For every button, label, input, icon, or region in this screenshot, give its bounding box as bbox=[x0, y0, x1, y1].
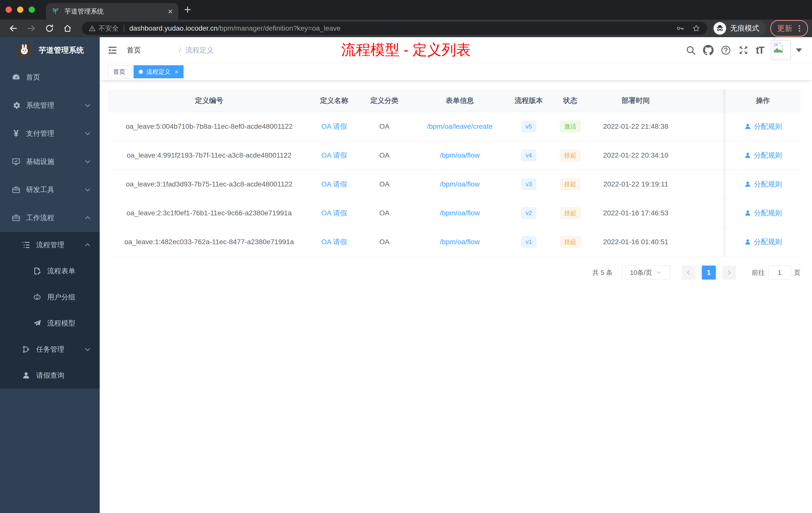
home-icon[interactable] bbox=[63, 24, 72, 33]
definition-name-link[interactable]: OA 请假 bbox=[321, 237, 347, 247]
app-logo-image bbox=[16, 44, 33, 57]
help-question-icon[interactable] bbox=[721, 45, 731, 56]
assign-rule-button[interactable]: 分配规则 bbox=[744, 208, 782, 218]
assign-rule-button[interactable]: 分配规则 bbox=[744, 151, 782, 160]
window-minimize-button[interactable] bbox=[17, 6, 23, 13]
incognito-icon bbox=[714, 22, 726, 35]
assign-rule-button[interactable]: 分配规则 bbox=[744, 237, 782, 247]
form-info-link[interactable]: /bpm/oa/flow bbox=[440, 151, 480, 159]
definition-name-link[interactable]: OA 请假 bbox=[321, 151, 347, 160]
column-header-状态: 状态 bbox=[549, 89, 591, 112]
incognito-label: 无痕模式 bbox=[730, 23, 759, 33]
form-info-link[interactable]: /bpm/oa/flow bbox=[440, 180, 480, 188]
forward-icon[interactable] bbox=[27, 24, 36, 33]
table-row: oa_leave:1:482ec033-762a-11ec-8477-a2380… bbox=[108, 228, 801, 256]
user-icon bbox=[744, 152, 752, 159]
bookmark-star-icon[interactable] bbox=[692, 24, 700, 33]
sidebar-item-首页[interactable]: 首页 bbox=[0, 63, 100, 91]
sidebar-item-用户分组[interactable]: 用户分组 bbox=[0, 284, 100, 310]
form-edit-icon bbox=[33, 267, 42, 276]
font-size-icon[interactable]: tT bbox=[756, 45, 764, 56]
warning-icon bbox=[88, 25, 96, 32]
page-size-select[interactable]: 10条/页 bbox=[622, 266, 670, 280]
address-bar[interactable]: 不安全 dashboard.yudao.iocoder.cn /bpm/mana… bbox=[82, 22, 707, 35]
tab-process-definition-label: 流程定义 bbox=[146, 68, 171, 76]
version-badge: v4 bbox=[521, 150, 536, 161]
sidebar-menu: 首页系统管理¥支付管理基础设施研发工具工作流程流程管理流程表单用户分组流程模型任… bbox=[0, 63, 100, 389]
reload-icon[interactable] bbox=[45, 24, 54, 33]
next-page-button[interactable] bbox=[722, 266, 736, 280]
sidebar-item-工作流程[interactable]: 工作流程 bbox=[0, 204, 100, 232]
fixed-column-shadow bbox=[722, 89, 725, 256]
sidebar-item-流程表单[interactable]: 流程表单 bbox=[0, 258, 100, 284]
toolbox-icon bbox=[11, 185, 21, 194]
url-host: dashboard.yudao.iocoder.cn bbox=[129, 24, 218, 32]
page-number-button[interactable]: 1 bbox=[702, 266, 716, 280]
form-info-link[interactable]: /bpm/oa/leave/create bbox=[427, 122, 493, 130]
browser-menu-icon[interactable] bbox=[795, 24, 804, 33]
cell-deploy-time: 2022-01-16 01:40:51 bbox=[591, 228, 725, 256]
list-tree-icon bbox=[22, 240, 31, 249]
sidebar-item-label: 流程表单 bbox=[47, 266, 75, 276]
chevron-down-icon bbox=[84, 186, 91, 193]
chevron-up-icon bbox=[84, 214, 91, 221]
user-avatar[interactable] bbox=[771, 40, 791, 60]
search-icon[interactable] bbox=[686, 45, 696, 56]
password-key-icon[interactable] bbox=[676, 24, 685, 33]
prev-page-button[interactable] bbox=[682, 266, 696, 280]
sidebar-item-基础设施[interactable]: 基础设施 bbox=[0, 148, 100, 176]
tab-process-definition[interactable]: 流程定义 × bbox=[134, 65, 183, 78]
sidebar-item-任务管理[interactable]: 任务管理 bbox=[0, 336, 100, 362]
sidebar-item-label: 任务管理 bbox=[36, 344, 64, 354]
definition-name-link[interactable]: OA 请假 bbox=[321, 208, 347, 218]
browser-update-button[interactable]: 更新 bbox=[770, 20, 808, 37]
form-info-link[interactable]: /bpm/oa/flow bbox=[440, 238, 480, 246]
gear-icon bbox=[11, 101, 21, 110]
tab-close-icon[interactable]: × bbox=[168, 7, 173, 16]
sidebar-item-系统管理[interactable]: 系统管理 bbox=[0, 91, 100, 119]
definition-name-link[interactable]: OA 请假 bbox=[321, 179, 347, 189]
table-row: oa_leave:5:004b710b-7b8a-11ec-8ef0-acde4… bbox=[108, 112, 801, 141]
user-icon bbox=[22, 371, 31, 380]
dashboard-icon bbox=[11, 73, 21, 82]
sidebar-item-label: 用户分组 bbox=[47, 292, 75, 302]
address-divider bbox=[124, 25, 124, 32]
assign-rule-button[interactable]: 分配规则 bbox=[744, 122, 782, 131]
robot-icon bbox=[33, 293, 42, 302]
form-info-link[interactable]: /bpm/oa/flow bbox=[440, 209, 480, 217]
window-zoom-button[interactable] bbox=[29, 6, 35, 13]
cell-category: OA bbox=[358, 141, 411, 170]
sidebar-item-流程管理[interactable]: 流程管理 bbox=[0, 232, 100, 258]
cell-deploy-time: 2022-01-22 19:19:11 bbox=[591, 170, 725, 199]
back-icon[interactable] bbox=[8, 24, 18, 33]
assign-rule-label: 分配规则 bbox=[754, 179, 782, 189]
column-header-定义分类: 定义分类 bbox=[358, 89, 411, 112]
browser-tab[interactable]: 芋道管理系统 × bbox=[46, 3, 178, 20]
sidebar-item-流程模型[interactable]: 流程模型 bbox=[0, 310, 100, 336]
tab-home[interactable]: 首页 bbox=[108, 65, 130, 78]
github-icon[interactable] bbox=[703, 45, 714, 56]
column-header-流程版本: 流程版本 bbox=[509, 89, 549, 112]
hamburger-icon[interactable] bbox=[107, 45, 118, 56]
sidebar-item-研发工具[interactable]: 研发工具 bbox=[0, 176, 100, 204]
tab-close-icon[interactable]: × bbox=[174, 68, 178, 75]
cell-definition-id: oa_leave:5:004b710b-7b8a-11ec-8ef0-acde4… bbox=[108, 112, 310, 141]
definition-name-link[interactable]: OA 请假 bbox=[321, 122, 347, 131]
user-icon bbox=[744, 238, 752, 246]
goto-page-input[interactable]: 1 bbox=[768, 266, 791, 280]
assign-rule-button[interactable]: 分配规则 bbox=[744, 179, 782, 189]
avatar-dropdown-caret-icon[interactable] bbox=[796, 49, 802, 52]
column-header-定义名称: 定义名称 bbox=[310, 89, 358, 112]
sidebar-item-请假查询[interactable]: 请假查询 bbox=[0, 362, 100, 389]
security-label[interactable]: 不安全 bbox=[98, 24, 119, 33]
window-close-button[interactable] bbox=[5, 6, 12, 13]
user-icon bbox=[744, 180, 752, 188]
sidebar-item-支付管理[interactable]: ¥支付管理 bbox=[0, 119, 100, 148]
breadcrumb-home[interactable]: 首页 bbox=[127, 46, 174, 55]
sidebar-logo[interactable]: 芋道管理系统 bbox=[0, 37, 100, 63]
fullscreen-icon[interactable] bbox=[738, 45, 749, 56]
new-tab-button[interactable]: + bbox=[184, 2, 191, 17]
chevron-down-icon bbox=[84, 158, 91, 165]
table-row: oa_leave:4:991f2193-7b7f-11ec-a3c8-acde4… bbox=[108, 141, 801, 170]
chevron-down-icon bbox=[656, 269, 662, 276]
